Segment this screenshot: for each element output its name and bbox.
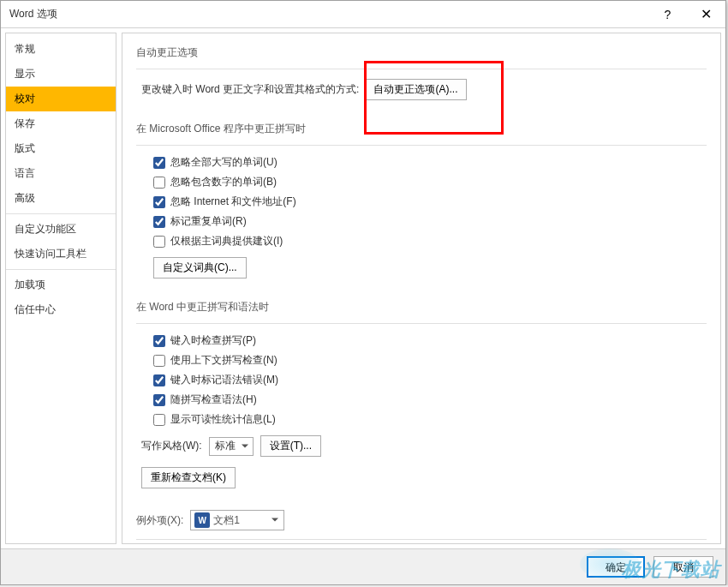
checkbox-readability-stats[interactable]: 显示可读性统计信息(L) xyxy=(153,412,276,427)
checkbox-ignore-numbers[interactable]: 忽略包含数字的单词(B) xyxy=(153,175,277,189)
checkbox-main-dict-only[interactable]: 仅根据主词典提供建议(I) xyxy=(153,234,283,249)
sidebar-item-advanced[interactable]: 高级 xyxy=(6,186,116,211)
dialog-body: 常规 显示 校对 保存 版式 语言 高级 自定义功能区 快速访问工具栏 加载项 … xyxy=(1,28,725,548)
help-button[interactable]: ? xyxy=(648,1,687,27)
checkbox-mark-grammar-typing[interactable]: 键入时标记语法错误(M) xyxy=(153,373,278,387)
custom-dictionaries-button[interactable]: 自定义词典(C)... xyxy=(153,257,247,279)
section-header-office-spelling: 在 Microsoft Office 程序中更正拼写时 xyxy=(136,117,707,146)
autocorrect-desc: 更改键入时 Word 更正文字和设置其格式的方式: xyxy=(141,82,359,97)
close-button[interactable]: ✕ xyxy=(687,1,725,27)
checkbox-ignore-uppercase[interactable]: 忽略全部大写的单词(U) xyxy=(153,155,277,170)
checkbox-flag-repeated[interactable]: 标记重复单词(R) xyxy=(153,214,247,229)
sidebar-item-customize-ribbon[interactable]: 自定义功能区 xyxy=(6,217,116,242)
sidebar-separator xyxy=(6,213,116,214)
sidebar-item-quick-access[interactable]: 快速访问工具栏 xyxy=(6,242,116,267)
checkbox-check-spell-typing[interactable]: 键入时检查拼写(P) xyxy=(153,333,256,348)
sidebar-item-proofing[interactable]: 校对 xyxy=(6,87,116,111)
autocorrect-options-button[interactable]: 自动更正选项(A)... xyxy=(364,79,467,100)
ok-button[interactable]: 确定 xyxy=(587,556,645,578)
writing-style-select[interactable]: 标准 xyxy=(209,437,254,456)
dialog-title: Word 选项 xyxy=(9,7,57,21)
sidebar-separator xyxy=(6,269,116,270)
checkbox-grammar-with-spelling[interactable]: 随拼写检查语法(H) xyxy=(153,392,257,407)
recheck-document-button[interactable]: 重新检查文档(K) xyxy=(141,467,236,488)
sidebar-item-addins[interactable]: 加载项 xyxy=(6,273,116,297)
section-header-autocorrect: 自动更正选项 xyxy=(136,40,707,69)
dialog-window: Word 选项 ? ✕ 常规 显示 校对 保存 版式 语言 高级 自定义功能区 … xyxy=(0,0,726,585)
exceptions-label: 例外项(X): xyxy=(136,513,183,528)
writing-style-settings-button[interactable]: 设置(T)... xyxy=(260,435,321,457)
sidebar-item-display[interactable]: 显示 xyxy=(6,62,116,87)
cancel-button[interactable]: 取消 xyxy=(653,556,713,578)
sidebar-item-layout[interactable]: 版式 xyxy=(6,136,116,161)
sidebar-item-save[interactable]: 保存 xyxy=(6,111,116,136)
word-icon: W xyxy=(194,512,210,528)
dialog-footer: 确定 取消 xyxy=(1,548,725,584)
content-pane: 自动更正选项 更改键入时 Word 更正文字和设置其格式的方式: 自动更正选项(… xyxy=(122,33,721,544)
checkbox-ignore-internet[interactable]: 忽略 Internet 和文件地址(F) xyxy=(153,195,296,209)
sidebar-item-language[interactable]: 语言 xyxy=(6,161,116,186)
section-header-exceptions: 例外项(X): W 文档1 xyxy=(136,505,707,540)
writing-style-label: 写作风格(W): xyxy=(141,439,202,453)
checkbox-contextual-spell[interactable]: 使用上下文拼写检查(N) xyxy=(153,353,277,368)
exceptions-document-select[interactable]: W 文档1 xyxy=(190,510,284,530)
sidebar: 常规 显示 校对 保存 版式 语言 高级 自定义功能区 快速访问工具栏 加载项 … xyxy=(5,33,116,544)
section-header-word-spelling: 在 Word 中更正拼写和语法时 xyxy=(136,295,707,324)
sidebar-item-trust-center[interactable]: 信任中心 xyxy=(6,297,116,322)
titlebar: Word 选项 ? ✕ xyxy=(1,1,725,28)
sidebar-item-general[interactable]: 常规 xyxy=(6,37,116,62)
